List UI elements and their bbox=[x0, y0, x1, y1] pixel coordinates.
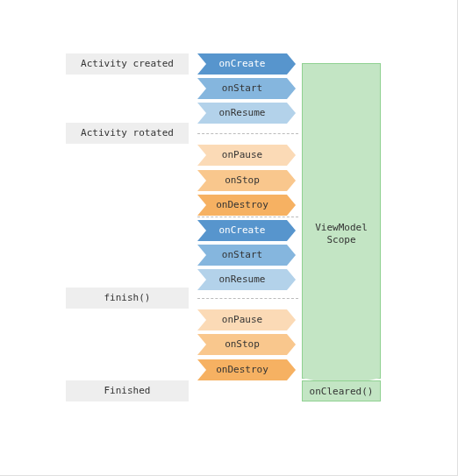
viewmodel-oncleared: onCleared() bbox=[302, 380, 381, 401]
lifecycle-oncreate: onCreate bbox=[197, 53, 287, 75]
arrow-notch-icon bbox=[197, 309, 206, 330]
lifecycle-onresume: onResume bbox=[197, 269, 287, 290]
lifecycle-onstart: onStart bbox=[197, 245, 287, 266]
arrow-notch-icon bbox=[197, 359, 206, 380]
event-activity-created: Activity created bbox=[66, 53, 189, 75]
arrow-head-icon bbox=[287, 220, 296, 241]
viewmodel-scope-label: ViewModelScope bbox=[303, 222, 380, 246]
divider bbox=[197, 298, 298, 299]
arrow-head-icon bbox=[287, 53, 296, 75]
arrow-head-icon bbox=[287, 195, 296, 216]
arrow-head-icon bbox=[287, 309, 296, 330]
lifecycle-label: onStop bbox=[197, 334, 287, 355]
arrow-notch-icon bbox=[197, 103, 206, 124]
arrow-notch-icon bbox=[197, 269, 206, 290]
lifecycle-label: onStop bbox=[197, 170, 287, 191]
lifecycle-label: onStart bbox=[197, 78, 287, 99]
arrow-head-icon bbox=[287, 78, 296, 99]
arrow-notch-icon bbox=[197, 53, 206, 75]
lifecycle-label: onCreate bbox=[197, 220, 287, 241]
divider bbox=[197, 133, 298, 134]
lifecycle-ondestroy: onDestroy bbox=[197, 359, 287, 380]
lifecycle-label: onResume bbox=[197, 269, 287, 290]
lifecycle-onpause: onPause bbox=[197, 145, 287, 166]
arrow-notch-icon bbox=[197, 334, 206, 355]
lifecycle-label: onPause bbox=[197, 145, 287, 166]
arrow-head-icon bbox=[287, 269, 296, 290]
event-activity-rotated: Activity rotated bbox=[66, 123, 189, 144]
arrow-notch-icon bbox=[197, 78, 206, 99]
lifecycle-label: onResume bbox=[197, 103, 287, 124]
lifecycle-label: onStart bbox=[197, 245, 287, 266]
arrow-notch-icon bbox=[197, 220, 206, 241]
divider bbox=[197, 217, 298, 217]
arrow-head-icon bbox=[287, 334, 296, 355]
lifecycle-onstart: onStart bbox=[197, 78, 287, 99]
lifecycle-label: onCreate bbox=[197, 53, 287, 75]
arrow-head-icon bbox=[287, 103, 296, 124]
arrow-notch-icon bbox=[197, 195, 206, 216]
lifecycle-onpause: onPause bbox=[197, 309, 287, 330]
arrow-head-icon bbox=[287, 170, 296, 191]
event-finish: finish() bbox=[66, 288, 189, 309]
lifecycle-onstop: onStop bbox=[197, 334, 287, 355]
event-finished: Finished bbox=[66, 380, 189, 401]
lifecycle-label: onPause bbox=[197, 309, 287, 330]
arrow-head-icon bbox=[287, 359, 296, 380]
arrow-head-icon bbox=[287, 145, 296, 166]
viewmodel-scope: ViewModelScope bbox=[302, 63, 381, 379]
arrow-notch-icon bbox=[197, 170, 206, 191]
arrow-notch-icon bbox=[197, 245, 206, 266]
lifecycle-label: onDestroy bbox=[197, 195, 287, 216]
lifecycle-ondestroy: onDestroy bbox=[197, 195, 287, 216]
lifecycle-label: onDestroy bbox=[197, 359, 287, 380]
lifecycle-diagram: Activity created Activity rotated finish… bbox=[0, 0, 458, 476]
lifecycle-onresume: onResume bbox=[197, 103, 287, 124]
lifecycle-oncreate: onCreate bbox=[197, 220, 287, 241]
arrow-head-icon bbox=[287, 245, 296, 266]
arrow-notch-icon bbox=[197, 145, 206, 166]
lifecycle-onstop: onStop bbox=[197, 170, 287, 191]
